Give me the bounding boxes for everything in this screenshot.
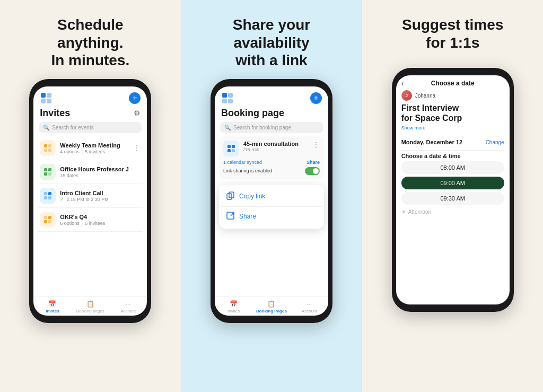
filter-icon[interactable]: ⚙ [134, 109, 141, 117]
search-icon: 🔍 [43, 125, 49, 130]
nav-account[interactable]: ··· Account [109, 300, 147, 313]
right-phone: ‹ Choose a date J Johanna First Intervie… [392, 68, 514, 312]
show-more-link[interactable]: Show more [401, 125, 504, 130]
event-icon-weekly [40, 140, 56, 156]
change-date-link[interactable]: Change [486, 140, 504, 145]
event-name-intro: Intro Client Call [60, 189, 141, 197]
search-bar[interactable]: 🔍 Search for events [39, 122, 142, 133]
svg-rect-19 [48, 220, 51, 223]
invites-label: Invites [46, 309, 59, 313]
time-slot-9am[interactable]: 09:00 AM [401, 177, 504, 189]
mid-add-button[interactable]: + [310, 92, 322, 104]
booking-item[interactable]: 45-min consultation /15-min ⋮ 1 calendar… [219, 136, 324, 179]
selected-date: Monday, December 12 [401, 139, 462, 145]
copy-link-item[interactable]: Copy link [219, 187, 324, 207]
event-info-okr: OKR's Q4 6 options|5 invitees [60, 213, 141, 226]
booking-pages-label: Booking pages [76, 309, 104, 313]
event-item-intro[interactable]: Intro Client Call ✓2.15 PM to 2.30 PM [38, 184, 143, 208]
svg-rect-27 [232, 149, 235, 152]
event-meta-okr: 6 options|5 invitees [60, 221, 141, 226]
mid-nav-account[interactable]: ··· Account [291, 300, 328, 313]
bottom-nav-mid: 📅 Invites 📋 Booking Pages ··· Account [215, 297, 328, 316]
link-sharing-toggle[interactable] [305, 167, 320, 175]
calendar-synced-label[interactable]: 1 calendar synced [223, 160, 262, 165]
afternoon-row: ☀ Afternoon [401, 207, 504, 216]
account-label: Account [120, 309, 136, 313]
booking-search-placeholder: Search for booking page [233, 125, 291, 130]
svg-rect-15 [48, 196, 51, 199]
back-button[interactable]: ‹ [401, 79, 404, 88]
event-item-weekly[interactable]: Weekly Team Meeting 4 options|5 invitees… [38, 136, 143, 160]
sun-icon: ☀ [401, 209, 406, 215]
svg-rect-5 [48, 144, 51, 147]
popup-menu: Copy link Share [219, 185, 324, 229]
svg-rect-6 [44, 149, 47, 152]
booking-sub: /15-min [243, 147, 312, 152]
divider-2 [401, 150, 504, 151]
add-button[interactable]: + [129, 92, 141, 104]
booking-more[interactable]: ⋮ [312, 141, 320, 149]
calendar-synced-row: 1 calendar synced Share [223, 156, 320, 167]
event-name-office: Office Hours Professor J [60, 165, 141, 173]
event-item-office[interactable]: Office Hours Professor J 15 dates [38, 160, 143, 184]
mid-account-label: Account [302, 309, 317, 313]
screen-header: + [33, 86, 147, 107]
choose-date-title: Choose a date [431, 80, 475, 87]
event-icon-okr [40, 212, 56, 228]
time-slot-930am[interactable]: 09:30 AM [401, 192, 504, 205]
right-title: Suggest timesfor 1:1s [402, 16, 503, 58]
phone-notch [72, 79, 109, 86]
mid-account-icon: ··· [306, 300, 312, 308]
booking-name: 45-min consultation [243, 141, 312, 147]
event-meta-office: 15 dates [60, 173, 141, 178]
svg-rect-20 [222, 93, 227, 98]
nav-invites[interactable]: 📅 Invites [33, 300, 71, 313]
copy-link-label: Copy link [239, 193, 265, 200]
event-more-weekly[interactable]: ⋮ [133, 144, 141, 152]
booking-search-bar[interactable]: 🔍 Search for booking page [220, 122, 323, 133]
toggle-row: Link sharing is enabled [223, 167, 320, 175]
time-section-title: Choose a date & time [401, 153, 504, 159]
event-info-intro: Intro Client Call ✓2.15 PM to 2.30 PM [60, 189, 141, 202]
share-link[interactable]: Share [306, 160, 320, 165]
divider-1 [401, 134, 504, 134]
svg-rect-25 [232, 145, 235, 148]
svg-rect-1 [47, 93, 51, 98]
svg-rect-0 [41, 93, 46, 98]
avatar: J [401, 90, 412, 101]
svg-rect-24 [227, 145, 231, 148]
mid-nav-booking[interactable]: 📋 Booking Pages [252, 300, 290, 313]
svg-rect-17 [48, 216, 51, 219]
svg-rect-9 [48, 168, 51, 171]
svg-rect-7 [48, 149, 51, 152]
share-item[interactable]: Share [219, 207, 324, 227]
left-phone: + Invites ⚙ 🔍 Search for events Weekl [29, 79, 151, 323]
svg-rect-26 [227, 149, 231, 152]
right-screen: ‹ Choose a date J Johanna First Intervie… [396, 75, 510, 304]
event-list: Weekly Team Meeting 4 options|5 invitees… [33, 136, 147, 297]
nav-booking-pages[interactable]: 📋 Booking pages [72, 300, 109, 313]
booking-info: 45-min consultation /15-min [239, 141, 312, 152]
mid-title: Share youravailabilitywith a link [233, 16, 310, 69]
svg-rect-11 [48, 172, 51, 176]
left-title: Scheduleanything.In minutes. [51, 16, 129, 69]
svg-rect-21 [228, 93, 233, 98]
event-meta-intro: ✓2.15 PM to 2.30 PM [60, 197, 141, 202]
afternoon-label: Afternoon [408, 209, 431, 215]
date-row: Monday, December 12 Change [401, 136, 504, 148]
booking-item-icon [223, 141, 239, 156]
booking-search-icon: 🔍 [224, 125, 231, 130]
event-item-okr[interactable]: OKR's Q4 6 options|5 invitees [38, 208, 143, 232]
event-info-weekly: Weekly Team Meeting 4 options|5 invitees [60, 142, 129, 154]
time-slot-8am[interactable]: 08:00 AM [401, 161, 504, 174]
interviewer-name: Johanna [415, 93, 435, 99]
mid-phone: + Booking page 🔍 Search for booking page… [211, 79, 332, 323]
interviewer-row: J Johanna [401, 90, 504, 101]
phone-notch-right [434, 68, 471, 75]
bottom-nav-left: 📅 Invites 📋 Booking pages ··· Account [33, 297, 147, 316]
mid-nav-invites[interactable]: 📅 Invites [215, 300, 252, 313]
svg-rect-23 [228, 99, 233, 103]
mid-invites-label: Invites [227, 309, 240, 313]
svg-rect-13 [48, 192, 51, 195]
app-logo [40, 92, 52, 104]
